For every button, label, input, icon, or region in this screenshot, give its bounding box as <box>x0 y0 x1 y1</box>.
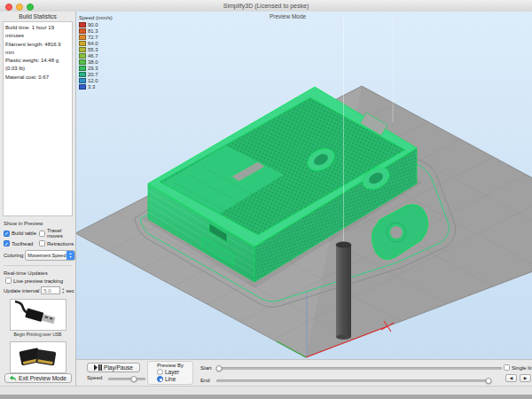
show-in-preview-options: ✓ Build table ✓ Travel moves ✓ Toolhead … <box>4 228 75 246</box>
settings-sidebar: Build Statistics Build time: 1 hour 19 m… <box>0 12 76 386</box>
legend-swatch <box>79 78 86 83</box>
live-preview-option[interactable]: ✓ Live preview tracking <box>5 278 75 284</box>
legend-row: 72.7 <box>79 35 113 40</box>
legend-row: 38.0 <box>79 59 113 65</box>
line-radio-label: Line <box>165 376 176 382</box>
preview-by-group: Preview By Layer Line <box>147 361 193 385</box>
realtime-updates-title: Real-time Updates <box>4 270 75 276</box>
retractions-checkbox[interactable]: ✓ <box>39 240 45 246</box>
line-radio[interactable] <box>157 376 163 382</box>
build-table-checkbox[interactable]: ✓ <box>4 231 10 237</box>
legend-row: 46.7 <box>79 53 113 59</box>
build-table-label: Build table <box>12 231 36 236</box>
layer-radio[interactable] <box>157 369 163 375</box>
traffic-lights <box>5 4 34 11</box>
update-interval-input[interactable]: 5.0 <box>41 286 60 294</box>
window-bottom-edge <box>0 395 532 399</box>
live-preview-checkbox[interactable]: ✓ <box>5 278 12 284</box>
legend-swatch <box>79 41 86 46</box>
legend-row: 12.0 <box>79 78 113 83</box>
exit-preview-mode-button[interactable]: Exit Preview Mode <box>4 373 72 383</box>
legend-swatch <box>79 35 86 40</box>
live-preview-label: Live preview tracking <box>13 278 63 284</box>
stat-build-time: Build time: 1 hour 19 minutes <box>5 24 70 41</box>
play-pause-label: Play/Pause <box>104 364 133 371</box>
travel-moves-option[interactable]: ✓ Travel moves <box>39 228 76 239</box>
play-pause-icon <box>94 364 102 371</box>
update-interval-unit: sec <box>66 288 74 293</box>
status-bar: Previewing file from line 1 to 35261 <box>0 386 532 395</box>
end-slider-handle[interactable] <box>485 378 491 384</box>
end-slider[interactable] <box>216 379 491 382</box>
preview-scene <box>76 12 532 359</box>
build-statistics-box: Build time: 1 hour 19 minutes Filament l… <box>3 21 73 216</box>
update-interval-row: Update interval 5.0 ▴▾ sec <box>4 286 75 294</box>
legend-row: 3.3 <box>79 84 113 90</box>
travel-moves-checkbox[interactable]: ✓ <box>39 231 45 237</box>
select-arrows-icon: ▴▾ <box>66 251 74 260</box>
end-label: End <box>200 378 210 383</box>
coloring-label: Coloring <box>4 253 23 258</box>
save-toolpaths-button[interactable] <box>10 341 66 373</box>
legend-swatch <box>79 47 86 52</box>
speed-label: Speed <box>87 375 102 380</box>
coloring-row: Coloring Movement Speed ▴▾ <box>4 250 75 261</box>
legend-swatch <box>79 53 86 59</box>
play-pause-button[interactable]: Play/Pause <box>87 363 140 372</box>
layer-radio-label: Layer <box>165 369 179 375</box>
preview-by-layer-option[interactable]: Layer <box>157 369 192 375</box>
begin-printing-usb-button[interactable] <box>10 299 66 331</box>
toolhead-option[interactable]: ✓ Toolhead <box>4 240 39 246</box>
legend-swatch <box>79 28 86 34</box>
preview-by-title: Preview By <box>148 363 192 368</box>
title-bar[interactable]: Simplify3D (Licensed to peske) <box>0 0 532 12</box>
start-slider-handle[interactable] <box>216 365 223 372</box>
single-line-checkbox[interactable]: ✓ <box>504 364 510 371</box>
build-table-option[interactable]: ✓ Build table <box>4 228 39 239</box>
legend-row: 81.3 <box>79 28 113 34</box>
usb-caption: Begin Printing over USB <box>0 332 75 337</box>
speed-slider-handle[interactable] <box>131 376 137 382</box>
start-slider[interactable] <box>216 367 502 370</box>
legend-swatch <box>79 22 86 27</box>
legend-swatch <box>79 66 86 71</box>
step-back-button[interactable]: ◀ <box>505 374 517 382</box>
stat-material-cost: Material cost: 0.67 <box>5 74 70 82</box>
preview-viewport[interactable]: Preview Mode Speed (mm/s) 90.0 81.3 72.7… <box>76 12 532 359</box>
show-in-preview-title: Show in Preview <box>4 221 75 226</box>
window-title: Simplify3D (Licensed to peske) <box>0 0 532 12</box>
legend-title: Speed (mm/s) <box>79 15 113 20</box>
legend-row: 64.0 <box>79 41 113 46</box>
legend-row: 20.7 <box>79 72 113 77</box>
toolhead-checkbox[interactable]: ✓ <box>4 240 10 246</box>
toolhead <box>336 242 351 340</box>
update-interval-label: Update interval <box>4 288 39 293</box>
legend-row: 55.3 <box>79 47 113 52</box>
legend-swatch <box>79 84 86 90</box>
stat-filament-length: Filament length: 4816.9 mm <box>5 41 70 58</box>
legend-swatch <box>79 72 86 77</box>
coloring-value: Movement Speed <box>26 253 66 258</box>
sidebar-divider <box>4 265 72 266</box>
travel-moves-label: Travel moves <box>47 228 76 239</box>
legend-row: 90.0 <box>79 22 113 27</box>
single-line-label: Single line only <box>512 365 532 371</box>
single-line-option[interactable]: ✓ Single line only <box>504 364 532 371</box>
retractions-label: Retractions <box>47 241 74 246</box>
close-window-button[interactable] <box>5 4 12 11</box>
preview-by-line-option[interactable]: Line <box>157 376 192 382</box>
minimize-window-button[interactable] <box>16 4 23 11</box>
speed-legend: Speed (mm/s) 90.0 81.3 72.7 64.0 55.3 46… <box>79 15 113 90</box>
interval-stepper[interactable]: ▴▾ <box>62 287 64 294</box>
speed-slider[interactable] <box>108 378 145 380</box>
app-window: Simplify3D (Licensed to peske) Build Sta… <box>0 0 532 399</box>
start-label: Start <box>200 365 212 371</box>
sd-cards-image <box>11 342 66 372</box>
stat-plastic-weight: Plastic weight: 14.48 g (0.03 lb) <box>5 57 70 74</box>
retractions-option[interactable]: ✓ Retractions <box>39 240 76 246</box>
legend-swatch <box>79 59 86 65</box>
step-forward-button[interactable]: ▶ <box>520 374 531 382</box>
toolhead-label: Toolhead <box>12 241 33 246</box>
coloring-select[interactable]: Movement Speed ▴▾ <box>25 250 75 261</box>
maximize-window-button[interactable] <box>27 4 34 11</box>
